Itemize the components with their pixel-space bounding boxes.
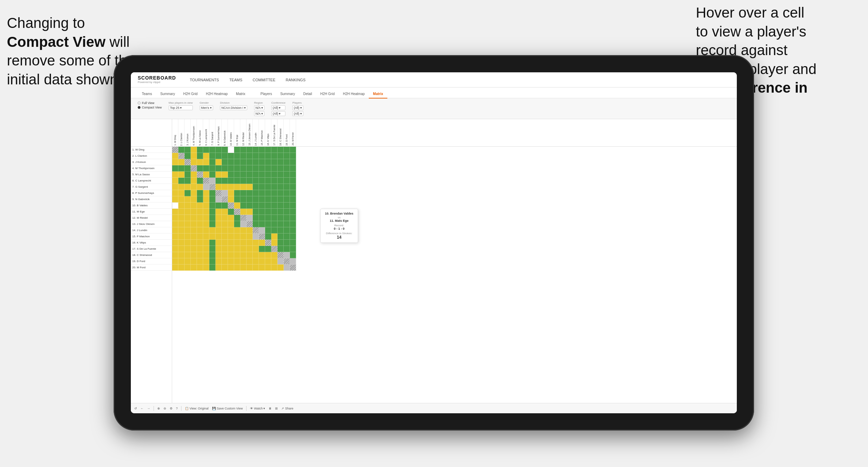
grid-cell-16-20[interactable] <box>290 240 296 246</box>
grid-cell-6-20[interactable] <box>290 178 296 184</box>
grid-cell-13-10[interactable] <box>228 221 234 227</box>
grid-cell-17-11[interactable] <box>234 246 240 252</box>
grid-cell-17-7[interactable] <box>209 246 216 252</box>
grid-cell-8-5[interactable] <box>197 190 203 196</box>
grid-cell-5-2[interactable] <box>178 172 185 178</box>
grid-cell-3-19[interactable] <box>284 159 290 165</box>
full-view-radio[interactable] <box>138 102 140 104</box>
grid-cell-5-15[interactable] <box>259 172 265 178</box>
grid-cell-6-19[interactable] <box>284 178 290 184</box>
grid-cell-17-19[interactable] <box>284 246 290 252</box>
grid-cell-2-3[interactable] <box>185 153 191 159</box>
grid-cell-17-16[interactable] <box>265 246 271 252</box>
grid-cell-17-5[interactable] <box>197 246 203 252</box>
filter-conference-select2[interactable]: (All) ▾ <box>271 111 285 116</box>
grid-cell-20-2[interactable] <box>178 264 185 271</box>
full-view-option[interactable]: Full View <box>138 101 162 105</box>
grid-cell-17-2[interactable] <box>178 246 185 252</box>
grid-cell-12-14[interactable] <box>253 215 259 221</box>
grid-cell-14-4[interactable] <box>191 227 197 234</box>
grid-cell-2-8[interactable] <box>216 153 222 159</box>
grid-cell-6-6[interactable] <box>203 178 209 184</box>
grid-cell-19-9[interactable] <box>222 258 228 264</box>
grid-cell-9-8[interactable] <box>216 196 222 203</box>
grid-cell-19-16[interactable] <box>265 258 271 264</box>
grid-cell-15-6[interactable] <box>203 234 209 240</box>
grid-cell-8-7[interactable] <box>209 190 216 196</box>
filter-players-select[interactable]: (All) ▾ <box>292 105 303 110</box>
grid-cell-20-4[interactable] <box>191 264 197 271</box>
grid-cell-20-5[interactable] <box>197 264 203 271</box>
grid-cell-5-17[interactable] <box>271 172 278 178</box>
grid-cell-10-9[interactable] <box>222 203 228 209</box>
grid-cell-20-6[interactable] <box>203 264 209 271</box>
grid-cell-5-20[interactable] <box>290 172 296 178</box>
grid-cell-8-19[interactable] <box>284 190 290 196</box>
grid-cell-3-13[interactable] <box>247 159 253 165</box>
grid-cell-1-9[interactable] <box>222 147 228 153</box>
grid-cell-8-20[interactable] <box>290 190 296 196</box>
grid-cell-2-17[interactable] <box>271 153 278 159</box>
grid-cell-6-2[interactable] <box>178 178 185 184</box>
grid-cell-18-13[interactable] <box>247 252 253 258</box>
grid-cell-1-18[interactable] <box>278 147 284 153</box>
grid-cell-1-19[interactable] <box>284 147 290 153</box>
grid-cell-14-12[interactable] <box>240 227 247 234</box>
filter-region-select2[interactable]: N/A ▾ <box>254 111 264 116</box>
grid-cell-8-15[interactable] <box>259 190 265 196</box>
grid-cell-10-11[interactable] <box>234 203 240 209</box>
grid-cell-10-8[interactable] <box>216 203 222 209</box>
grid-cell-9-11[interactable] <box>234 196 240 203</box>
grid-cell-9-12[interactable] <box>240 196 247 203</box>
grid-cell-6-12[interactable] <box>240 178 247 184</box>
compact-view-radio[interactable] <box>138 106 140 109</box>
tab-h2h-heatmap1[interactable]: H2H Heatmap <box>202 90 232 98</box>
grid-cell-12-1[interactable] <box>172 215 178 221</box>
grid-cell-11-8[interactable] <box>216 209 222 215</box>
grid-cell-5-12[interactable] <box>240 172 247 178</box>
filter-gender-select[interactable]: Men's ▾ <box>200 105 213 110</box>
grid-cell-10-14[interactable] <box>253 203 259 209</box>
grid-cell-12-4[interactable] <box>191 215 197 221</box>
grid-cell-13-11[interactable] <box>234 221 240 227</box>
grid-cell-2-18[interactable] <box>278 153 284 159</box>
grid-cell-5-6[interactable] <box>203 172 209 178</box>
grid-cell-7-17[interactable] <box>271 184 278 190</box>
grid-cell-4-20[interactable] <box>290 165 296 172</box>
grid-cell-7-9[interactable] <box>222 184 228 190</box>
toolbar-share[interactable]: ↗ Share <box>281 407 293 410</box>
grid-cell-5-10[interactable] <box>228 172 234 178</box>
grid-cell-8-18[interactable] <box>278 190 284 196</box>
tab-matrix2[interactable]: Matrix <box>369 90 387 98</box>
grid-cell-11-7[interactable] <box>209 209 216 215</box>
grid-cell-6-1[interactable] <box>172 178 178 184</box>
toolbar-zoom-out[interactable]: ⊖ <box>164 407 166 410</box>
grid-cell-6-4[interactable] <box>191 178 197 184</box>
grid-cell-17-10[interactable] <box>228 246 234 252</box>
grid-cell-12-17[interactable] <box>271 215 278 221</box>
grid-cell-20-13[interactable] <box>247 264 253 271</box>
grid-cell-2-6[interactable] <box>203 153 209 159</box>
grid-cell-9-7[interactable] <box>209 196 216 203</box>
grid-cell-19-5[interactable] <box>197 258 203 264</box>
grid-cell-16-3[interactable] <box>185 240 191 246</box>
grid-cell-19-8[interactable] <box>216 258 222 264</box>
grid-cell-9-4[interactable] <box>191 196 197 203</box>
grid-cell-11-9[interactable] <box>222 209 228 215</box>
grid-cell-12-3[interactable] <box>185 215 191 221</box>
grid-cell-15-16[interactable] <box>265 234 271 240</box>
grid-cell-4-14[interactable] <box>253 165 259 172</box>
grid-cell-3-6[interactable] <box>203 159 209 165</box>
grid-cell-5-19[interactable] <box>284 172 290 178</box>
filter-conference-select[interactable]: (All) ▾ <box>271 105 285 110</box>
grid-cell-8-14[interactable] <box>253 190 259 196</box>
grid-cell-16-16[interactable] <box>265 240 271 246</box>
grid-cell-1-16[interactable] <box>265 147 271 153</box>
grid-cell-1-10[interactable] <box>228 147 234 153</box>
grid-cell-14-6[interactable] <box>203 227 209 234</box>
grid-cell-10-16[interactable] <box>265 203 271 209</box>
grid-cell-13-4[interactable] <box>191 221 197 227</box>
grid-cell-6-17[interactable] <box>271 178 278 184</box>
grid-cell-19-12[interactable] <box>240 258 247 264</box>
grid-cell-9-1[interactable] <box>172 196 178 203</box>
